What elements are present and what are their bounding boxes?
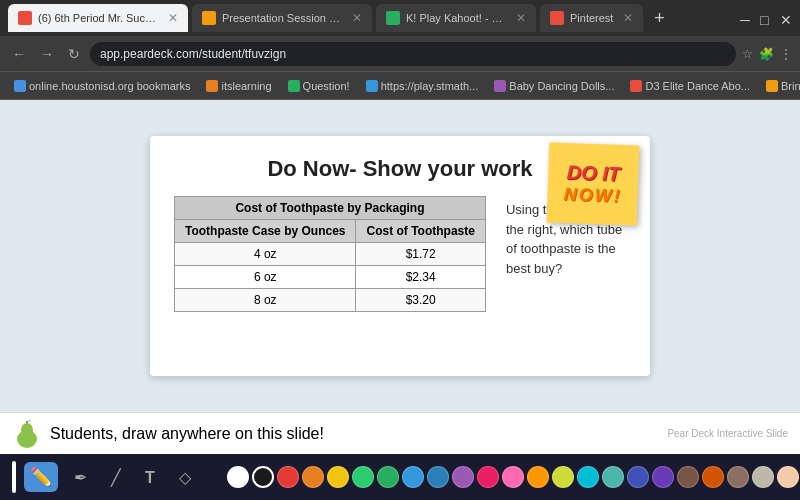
tab-4-close[interactable]: ✕	[623, 11, 633, 25]
color-yellow[interactable]	[327, 466, 349, 488]
tab-1-close[interactable]: ✕	[168, 11, 178, 25]
window-controls: ─ □ ✕	[740, 12, 792, 24]
shape-icon: ◇	[179, 469, 191, 486]
maximize-button[interactable]: □	[760, 12, 772, 24]
menu-icon[interactable]: ⋮	[780, 47, 792, 61]
color-pink-light[interactable]	[502, 466, 524, 488]
bookmark-2-label: itslearning	[221, 80, 271, 92]
tab-bar: (6) 6th Period Mr. Suckie (M... ✕ Presen…	[0, 0, 800, 36]
tab-2-favicon	[202, 11, 216, 25]
forward-button[interactable]: →	[36, 44, 58, 64]
tab-3-close[interactable]: ✕	[516, 11, 526, 25]
bookmark-1-label: online.houstonisd.org bookmarks	[29, 80, 190, 92]
bookmark-7-label: Bring It! Season 4 T...	[781, 80, 800, 92]
tab-1[interactable]: (6) 6th Period Mr. Suckie (M... ✕	[8, 4, 188, 32]
extensions-icon[interactable]: 🧩	[759, 47, 774, 61]
table-section: Cost of Toothpaste by Packaging Toothpas…	[174, 196, 486, 312]
color-green[interactable]	[377, 466, 399, 488]
color-lime[interactable]	[552, 466, 574, 488]
tab-2[interactable]: Presentation Session Student ✕	[192, 4, 372, 32]
color-burnt-orange[interactable]	[702, 466, 724, 488]
toolbar: ✏️ ✒ ╱ T ◇	[0, 454, 800, 500]
bookmark-1-icon	[14, 80, 26, 92]
color-pink[interactable]	[477, 466, 499, 488]
pen-tool-button[interactable]: ✒	[66, 463, 95, 492]
toothpaste-table: Cost of Toothpaste by Packaging Toothpas…	[174, 196, 486, 312]
bookmark-4-icon	[366, 80, 378, 92]
students-bar-text: Students, draw anywhere on this slide!	[50, 425, 324, 443]
bookmark-5[interactable]: Baby Dancing Dolls...	[488, 78, 620, 94]
tab-1-label: (6) 6th Period Mr. Suckie (M...	[38, 12, 158, 24]
bookmark-7[interactable]: Bring It! Season 4 T...	[760, 78, 800, 94]
color-red[interactable]	[277, 466, 299, 488]
table-row: 6 oz $2.34	[175, 266, 486, 289]
svg-point-1	[21, 423, 33, 437]
new-tab-button[interactable]: +	[647, 6, 671, 30]
row2-cost: $2.34	[356, 266, 485, 289]
address-bar: ← → ↻ ☆ 🧩 ⋮	[0, 36, 800, 72]
line-icon: ╱	[111, 469, 121, 486]
selected-color-swatch[interactable]	[12, 461, 16, 493]
color-peach[interactable]	[777, 466, 799, 488]
pencil-tool-button[interactable]: ✏️	[24, 462, 58, 492]
bookmark-3[interactable]: Question!	[282, 78, 356, 94]
bookmark-5-label: Baby Dancing Dolls...	[509, 80, 614, 92]
color-tan[interactable]	[752, 466, 774, 488]
address-input[interactable]	[90, 42, 736, 66]
color-deep-purple[interactable]	[652, 466, 674, 488]
table-row: 8 oz $3.20	[175, 289, 486, 312]
color-purple[interactable]	[452, 466, 474, 488]
shape-tool-button[interactable]: ◇	[171, 463, 199, 492]
line-tool-button[interactable]: ╱	[103, 463, 129, 492]
sticky-note: DO IT NOW!	[547, 142, 640, 225]
tab-3[interactable]: K! Play Kahoot! - Enter game PIN h... ✕	[376, 4, 536, 32]
text-icon: T	[145, 469, 155, 486]
row3-cost: $3.20	[356, 289, 485, 312]
tab-3-favicon	[386, 11, 400, 25]
bookmark-4[interactable]: https://play.stmath...	[360, 78, 485, 94]
reload-button[interactable]: ↻	[64, 44, 84, 64]
bookmark-4-label: https://play.stmath...	[381, 80, 479, 92]
color-indigo[interactable]	[627, 466, 649, 488]
tab-3-label: K! Play Kahoot! - Enter game PIN h...	[406, 12, 506, 24]
color-amber[interactable]	[527, 466, 549, 488]
row3-size: 8 oz	[175, 289, 356, 312]
color-blue[interactable]	[427, 466, 449, 488]
color-white[interactable]	[227, 466, 249, 488]
students-bar: Students, draw anywhere on this slide! P…	[0, 412, 800, 454]
color-green-light[interactable]	[352, 466, 374, 488]
close-button[interactable]: ✕	[780, 12, 792, 24]
color-blue-light[interactable]	[402, 466, 424, 488]
color-cyan[interactable]	[577, 466, 599, 488]
text-tool-button[interactable]: T	[137, 463, 163, 492]
bookmark-7-icon	[766, 80, 778, 92]
bookmark-1[interactable]: online.houstonisd.org bookmarks	[8, 78, 196, 94]
bookmark-2-icon	[206, 80, 218, 92]
pen-icon: ✒	[74, 469, 87, 486]
bookmarks-bar: online.houstonisd.org bookmarks itslearn…	[0, 72, 800, 100]
tab-2-close[interactable]: ✕	[352, 11, 362, 25]
pear-deck-badge: Pear Deck Interactive Slide	[667, 428, 788, 439]
color-brown-light[interactable]	[727, 466, 749, 488]
tab-4[interactable]: Pinterest ✕	[540, 4, 643, 32]
tab-1-favicon	[18, 11, 32, 25]
color-orange[interactable]	[302, 466, 324, 488]
bookmark-6-icon	[630, 80, 642, 92]
bookmark-6[interactable]: D3 Elite Dance Abo...	[624, 78, 756, 94]
tab-4-favicon	[550, 11, 564, 25]
content-area: Do Now- Show your work Cost of Toothpast…	[0, 100, 800, 412]
slide-container: Do Now- Show your work Cost of Toothpast…	[150, 136, 650, 376]
color-palette	[227, 466, 800, 488]
bookmark-star-icon[interactable]: ☆	[742, 47, 753, 61]
pencil-icon: ✏️	[30, 467, 52, 487]
color-teal[interactable]	[602, 466, 624, 488]
table-row: 4 oz $1.72	[175, 243, 486, 266]
bookmark-3-label: Question!	[303, 80, 350, 92]
back-button[interactable]: ←	[8, 44, 30, 64]
bookmark-2[interactable]: itslearning	[200, 78, 277, 94]
color-black[interactable]	[252, 466, 274, 488]
row2-size: 6 oz	[175, 266, 356, 289]
color-brown[interactable]	[677, 466, 699, 488]
pear-logo-icon	[12, 419, 42, 449]
minimize-button[interactable]: ─	[740, 12, 752, 24]
